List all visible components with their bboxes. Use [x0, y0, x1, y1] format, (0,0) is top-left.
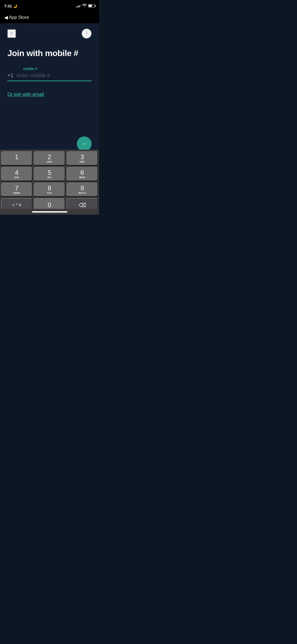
home-indicator	[0, 209, 99, 215]
status-left: 7:31 🌙	[4, 4, 17, 8]
help-button[interactable]: ?	[82, 29, 92, 39]
delete-icon: ⌫	[79, 202, 86, 208]
signal-icon	[76, 4, 81, 7]
status-time: 7:31	[4, 4, 12, 8]
page-title: Join with mobile #	[7, 48, 92, 58]
close-icon: ×	[10, 31, 13, 36]
keyboard-row-2: 4 GHI 5 JKL 6 MNO	[1, 167, 98, 181]
country-code: +1	[7, 72, 13, 79]
status-right	[76, 4, 95, 8]
back-arrow-icon: ◀	[4, 15, 8, 20]
phone-input-section: mobile # +1	[7, 67, 92, 81]
key-6[interactable]: 6 MNO	[67, 167, 98, 181]
main-content: × ? Join with mobile # mobile # +1 Or jo…	[0, 23, 99, 158]
key-9[interactable]: 9 WXYZ	[67, 182, 98, 197]
key-5[interactable]: 5 JKL	[34, 167, 65, 181]
join-email-link[interactable]: Or join with email	[7, 92, 44, 97]
keyboard: 1 2 ABC 3 DEF 4 GHI 5 JKL 6 MNO 7 PQRS	[0, 150, 99, 215]
battery-icon	[88, 4, 95, 7]
field-label: mobile #	[23, 67, 92, 71]
key-4[interactable]: 4 GHI	[1, 167, 32, 181]
status-bar: 7:31 🌙	[0, 0, 99, 12]
key-7[interactable]: 7 PQRS	[1, 182, 32, 197]
phone-input-row: +1	[7, 72, 92, 81]
key-3[interactable]: 3 DEF	[67, 151, 98, 165]
arrow-right-icon: →	[81, 141, 87, 147]
key-2[interactable]: 2 ABC	[34, 151, 65, 165]
keyboard-row-3: 7 PQRS 8 TUV 9 WXYZ	[1, 182, 98, 197]
keyboard-row-1: 1 2 ABC 3 DEF	[1, 151, 98, 165]
mobile-number-input[interactable]	[17, 72, 92, 79]
app-store-label: App Store	[9, 15, 29, 20]
moon-icon: 🌙	[13, 4, 17, 8]
top-row: × ?	[7, 29, 92, 39]
close-button[interactable]: ×	[7, 29, 16, 38]
key-8[interactable]: 8 TUV	[34, 182, 65, 197]
key-1[interactable]: 1	[1, 151, 32, 165]
app-store-nav[interactable]: ◀ App Store	[0, 12, 99, 23]
wifi-icon	[82, 4, 87, 8]
next-button[interactable]: →	[77, 136, 92, 151]
help-icon: ?	[86, 31, 88, 36]
home-bar	[32, 211, 67, 213]
